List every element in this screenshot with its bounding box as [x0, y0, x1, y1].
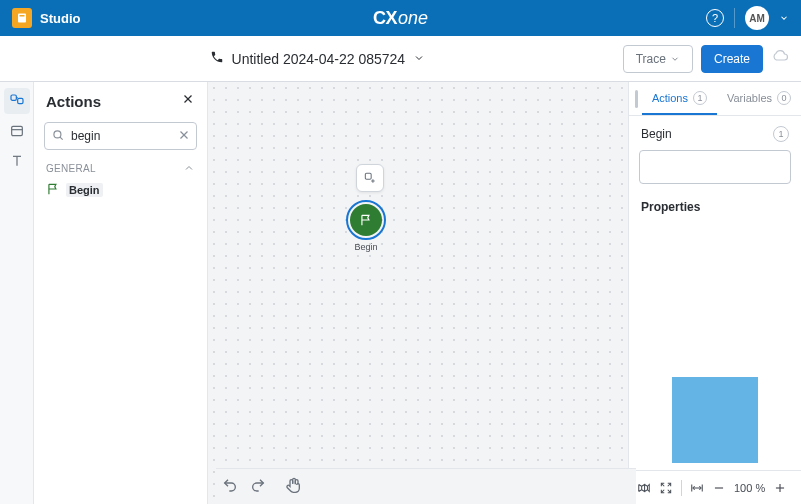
tab-actions[interactable]: Actions 1: [642, 82, 717, 115]
svg-rect-2: [11, 95, 16, 100]
app-header: Studio CXone ? AM: [0, 0, 801, 36]
tab-variables[interactable]: Variables 0: [717, 82, 801, 115]
rail-text-icon[interactable]: [4, 148, 30, 174]
actions-panel-title: Actions: [46, 93, 101, 110]
minimap[interactable]: [639, 374, 791, 466]
studio-app-icon: [12, 8, 32, 28]
zoom-level: 100 %: [734, 482, 765, 494]
rail-actions-icon[interactable]: [4, 88, 30, 114]
brand-logo: CXone: [373, 8, 428, 29]
undo-icon[interactable]: [222, 477, 238, 497]
svg-point-10: [54, 131, 61, 138]
flag-icon: [46, 182, 60, 198]
actions-search-input[interactable]: [44, 122, 197, 150]
pan-icon[interactable]: [286, 477, 302, 497]
phone-icon: [210, 50, 224, 67]
svg-rect-1: [20, 15, 25, 17]
action-item-label: Begin: [66, 183, 103, 197]
svg-line-11: [60, 137, 63, 140]
canvas-toolbar: [216, 468, 636, 504]
canvas-add-button[interactable]: [356, 164, 384, 192]
chevron-down-icon[interactable]: [413, 51, 425, 67]
clear-search-icon[interactable]: [177, 128, 191, 146]
node-begin-label: Begin: [354, 242, 377, 252]
tab-variables-count: 0: [777, 91, 791, 105]
inspector-tabs: Actions 1 Variables 0: [629, 82, 801, 116]
actions-panel: Actions GENERAL Begin: [34, 82, 208, 504]
rail-data-icon[interactable]: [4, 118, 30, 144]
category-general[interactable]: GENERAL: [34, 158, 207, 178]
fullscreen-icon[interactable]: [659, 481, 673, 495]
document-title[interactable]: Untitled 2024-04-22 085724: [210, 50, 426, 67]
action-item-begin[interactable]: Begin: [34, 178, 207, 202]
svg-rect-4: [11, 126, 22, 135]
property-input[interactable]: [639, 150, 791, 184]
redo-icon[interactable]: [250, 477, 266, 497]
svg-rect-3: [17, 98, 22, 103]
zoom-bar: 100 %: [629, 470, 801, 504]
svg-rect-0: [18, 14, 26, 23]
help-icon[interactable]: ?: [706, 9, 724, 27]
tab-actions-count: 1: [693, 91, 707, 105]
divider: [681, 480, 682, 496]
divider: [734, 8, 735, 28]
zoom-out-icon[interactable]: [712, 481, 726, 495]
layout-icon[interactable]: [637, 481, 651, 495]
zoom-in-icon[interactable]: [773, 481, 787, 495]
canvas[interactable]: Begin: [208, 82, 629, 504]
close-icon[interactable]: [181, 92, 195, 110]
search-icon: [51, 128, 65, 146]
document-title-text: Untitled 2024-04-22 085724: [232, 51, 406, 67]
document-bar: Untitled 2024-04-22 085724 Trace Create: [0, 36, 801, 82]
minimap-viewport: [672, 377, 758, 463]
left-rail: [0, 82, 34, 504]
trace-button[interactable]: Trace: [623, 45, 693, 73]
inspector-panel: Actions 1 Variables 0 Begin 1 Properties: [629, 82, 801, 504]
cloud-icon[interactable]: [771, 48, 789, 70]
fit-width-icon[interactable]: [690, 481, 704, 495]
chevron-down-icon[interactable]: [779, 9, 789, 27]
properties-title: Properties: [629, 198, 801, 224]
app-title: Studio: [40, 11, 80, 26]
svg-rect-14: [365, 173, 371, 179]
selected-count: 1: [773, 126, 789, 142]
user-avatar[interactable]: AM: [745, 6, 769, 30]
node-begin[interactable]: Begin: [350, 204, 382, 252]
selected-node-name: Begin: [641, 127, 672, 141]
create-button[interactable]: Create: [701, 45, 763, 73]
node-begin-body[interactable]: [350, 204, 382, 236]
